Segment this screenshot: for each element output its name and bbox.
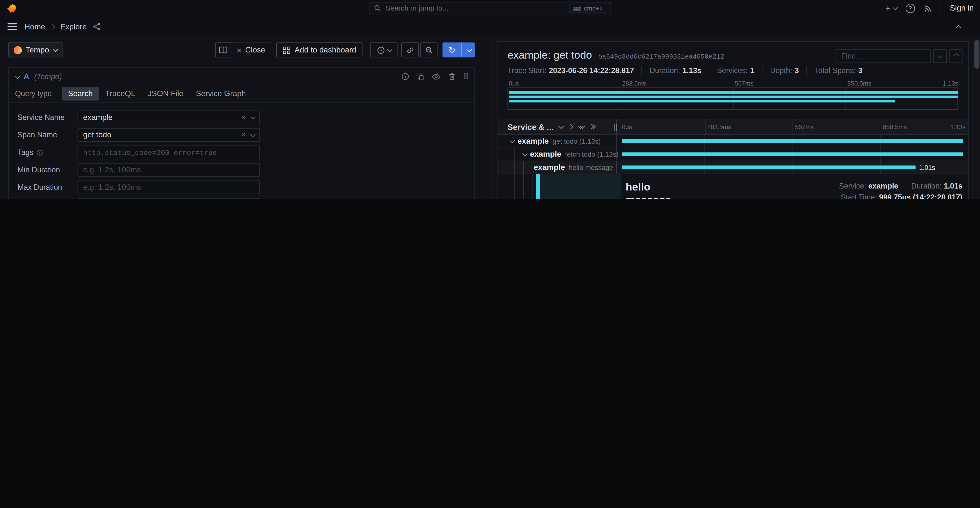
close-split-button[interactable]: × Close [231,43,271,57]
split-view-button[interactable] [215,43,231,57]
field-span-name: Span Name get todo × [18,128,466,142]
tempo-logo [14,46,22,54]
clock-icon [377,46,385,54]
trace-metadata: Trace Start:2023-06-26 14:22:28.817 Dura… [498,66,968,75]
service-operation-header[interactable]: Service & ... [508,122,554,132]
span-name-label: Span Name [18,130,57,139]
close-icon: × [237,46,242,54]
span-name-select[interactable]: get todo × [78,128,260,142]
query-row-header[interactable]: A (Tempo) [9,68,474,85]
sign-in-link[interactable]: Sign in [950,4,974,13]
trace-pane: example: get todo ba649c8dd6c6217a999331… [493,38,973,199]
collapse-all-icon[interactable] [589,125,595,129]
run-interval-dropdown[interactable] [461,43,475,57]
span-row-fetch-todo[interactable]: example fetch todo (1.13s) [498,148,968,161]
query-row-actions: ⠿ [401,72,468,81]
limit-input[interactable] [78,198,260,199]
minimap-span-bar [509,100,895,103]
pane-divider[interactable] [492,38,493,199]
tab-traceql[interactable]: TraceQL [99,87,142,100]
tab-service-graph[interactable]: Service Graph [190,87,252,100]
span-row-get-todo[interactable]: example get todo (1.13s) [498,135,968,148]
field-min-duration: Min Duration [18,163,466,177]
datasource-picker[interactable]: Tempo [8,43,62,57]
find-prev-button[interactable] [949,49,963,63]
drag-handle-icon[interactable]: ⠿ [463,72,468,81]
minimap-canvas[interactable] [508,87,958,110]
tags-label: Tags [18,148,33,157]
apps-grid-icon [283,46,291,54]
trace-title: example: get todo [508,49,592,62]
breadcrumb: Home Explore [24,22,100,31]
span-duration-label: 1.01s [919,164,935,171]
span-overview: Service: example Duration: 1.01s Start T… [839,181,963,199]
span-table-header: Service & ... 0μs 283.5ms 567ms [498,119,968,135]
collapse-one-icon[interactable] [568,124,573,129]
span-indent-highlight [540,174,621,199]
service-name-label: Service Name [18,113,65,122]
tags-input[interactable] [78,145,260,159]
top-nav: ⌨ cmd+k + ? Sign in [0,0,980,16]
span-color-bar [536,174,540,199]
zoom-out-icon [425,46,433,54]
zoom-out-button[interactable] [420,43,438,57]
new-menu-button[interactable]: + [885,3,897,13]
datasource-hint: (Tempo) [34,72,62,81]
grafana-logo[interactable] [6,3,17,13]
clear-icon[interactable]: × [241,113,246,122]
chevron-down-icon[interactable] [558,124,563,129]
max-duration-label: Max Duration [18,183,62,192]
page-scrollbar[interactable] [972,38,980,199]
copy-link-button[interactable] [401,43,418,57]
span-rows: example get todo (1.13s) example fetch [498,135,968,174]
span-bar[interactable] [622,165,915,169]
info-circle-icon[interactable] [401,72,409,80]
expand-all-icon[interactable] [578,125,584,129]
max-duration-input[interactable] [78,181,260,194]
trash-icon[interactable] [448,72,456,80]
eye-icon[interactable] [432,73,441,80]
minimap-span-bar [509,95,958,98]
chevron-right-icon [50,24,56,29]
duplicate-query-icon[interactable] [417,73,425,80]
tab-json-file[interactable]: JSON File [142,87,190,100]
span-bar[interactable] [622,139,963,143]
search-input[interactable] [386,5,564,12]
find-next-button[interactable] [933,49,947,63]
global-search[interactable]: ⌨ cmd+k [369,2,611,14]
share-icon[interactable] [92,22,100,31]
query-editor-row: A (Tempo) [8,67,475,199]
scrollbar-thumb[interactable] [974,40,979,69]
span-bar[interactable] [622,152,963,156]
shortcut-label: cmd+k [584,5,603,11]
collapse-span-icon[interactable] [522,151,528,157]
service-name-select[interactable]: example × [78,111,260,124]
find-input[interactable] [836,49,931,63]
collapse-query-icon[interactable] [15,73,20,79]
add-to-dashboard-button[interactable]: Add to dashboard [277,43,363,57]
time-range-picker[interactable] [370,43,398,57]
min-duration-input[interactable] [78,163,260,177]
run-query-button[interactable]: ↻ [442,43,475,57]
top-nav-actions: + ? Sign in [885,3,974,13]
collapse-pane-button[interactable] [956,21,960,32]
field-max-duration: Max Duration [18,181,466,194]
help-button[interactable]: ? [905,3,915,13]
menu-icon[interactable] [8,23,17,30]
breadcrumb-explore[interactable]: Explore [60,22,87,31]
divider [940,4,941,13]
breadcrumb-home[interactable]: Home [24,22,45,31]
refresh-icon[interactable]: ↻ [442,43,461,57]
field-limit: Limit [18,198,466,199]
tab-search[interactable]: Search [62,87,99,100]
info-circle-icon[interactable] [37,149,43,156]
search-form: Service Name example × Span Name get [9,103,474,199]
clear-icon[interactable]: × [241,130,246,139]
min-duration-label: Min Duration [18,165,60,174]
search-icon [374,5,381,12]
collapse-span-icon[interactable] [510,138,515,143]
breadcrumb-bar: Home Explore [0,16,980,38]
trace-minimap[interactable]: 0μs 283.5ms 567ms 850.5ms 1.13s [508,80,958,112]
span-row-hello-message[interactable]: example hello message 1.01s [498,161,968,174]
news-icon[interactable] [924,4,932,12]
